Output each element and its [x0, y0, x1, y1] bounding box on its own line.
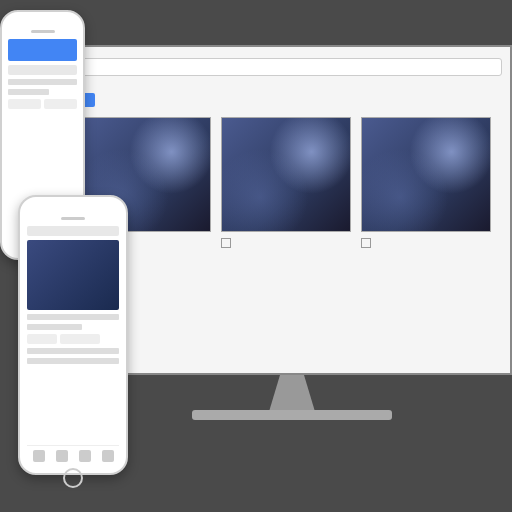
thumbnail-image[interactable]	[361, 117, 491, 232]
action-row	[27, 334, 119, 344]
thumbnail-meta	[221, 237, 351, 248]
phone-speaker	[61, 217, 85, 220]
text-line	[8, 89, 49, 95]
monitor-base	[192, 410, 392, 420]
thumbnail-card[interactable]	[221, 117, 351, 248]
chip[interactable]	[8, 99, 41, 109]
phone-device-front	[18, 195, 128, 475]
tab-icon[interactable]	[79, 450, 91, 462]
thumbnail-image[interactable]	[221, 117, 351, 232]
address-bar[interactable]	[81, 58, 502, 76]
text-line	[8, 79, 77, 85]
thumbnail-card[interactable]	[361, 117, 491, 248]
tab-icon[interactable]	[56, 450, 68, 462]
status-bar	[27, 226, 119, 236]
monitor-stand	[252, 375, 332, 415]
caption-line	[27, 314, 119, 320]
text-line	[27, 358, 119, 364]
app-header	[8, 39, 77, 61]
chip-row	[8, 99, 77, 109]
search-bar[interactable]	[8, 65, 77, 75]
tab-icon[interactable]	[33, 450, 45, 462]
action-chip[interactable]	[27, 334, 57, 344]
phone-screen[interactable]	[27, 226, 119, 462]
photo-gallery	[81, 117, 502, 248]
meta-icon	[221, 238, 231, 248]
tab-icon[interactable]	[102, 450, 114, 462]
browser-toolbar	[81, 55, 502, 79]
text-line	[27, 348, 119, 354]
home-button[interactable]	[63, 468, 83, 488]
action-chip[interactable]	[60, 334, 100, 344]
meta-icon	[361, 238, 371, 248]
tab-bar	[27, 445, 119, 462]
breadcrumb	[81, 93, 502, 107]
phone-speaker	[31, 30, 55, 33]
chip[interactable]	[44, 99, 77, 109]
caption-line	[27, 324, 82, 330]
feed-image[interactable]	[27, 240, 119, 310]
desktop-monitor	[67, 45, 512, 375]
thumbnail-meta	[361, 237, 491, 248]
